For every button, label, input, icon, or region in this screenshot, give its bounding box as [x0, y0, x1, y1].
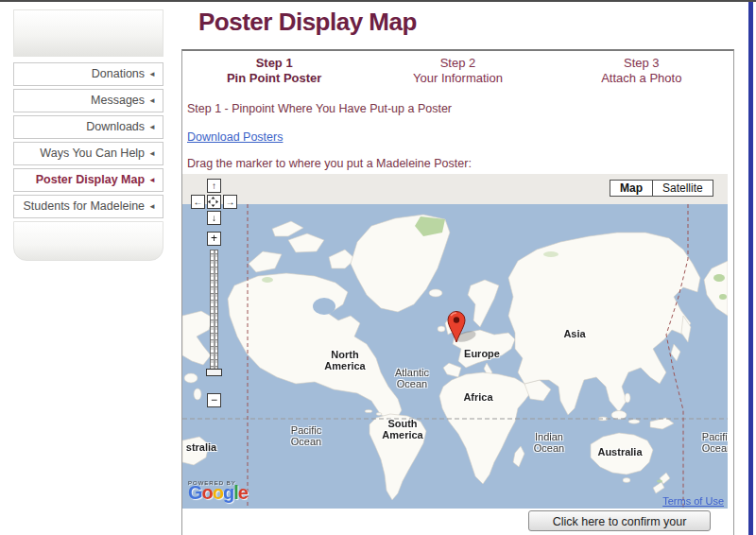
sidebar-item-label: Donations: [92, 67, 145, 80]
step-number: Step 2: [366, 56, 549, 71]
sidebar-item-label: Ways You Can Help: [40, 147, 145, 160]
steps-header: Step 1 Pin Point Poster Step 2 Your Info…: [182, 56, 733, 86]
up-arrow-icon: ↑: [212, 181, 216, 191]
map-label-south-america: South America: [382, 418, 422, 440]
left-arrow-icon: ◄: [148, 202, 156, 211]
right-arrow-icon: →: [226, 197, 235, 207]
left-arrow-icon: ◄: [148, 176, 156, 184]
step-1-indicator: Step 1 Pin Point Poster: [182, 56, 366, 86]
map-label-indian-ocean: Indian Ocean: [534, 431, 564, 454]
zoom-slider-handle[interactable]: [206, 369, 222, 376]
map-view-button[interactable]: Map: [610, 180, 653, 197]
pan-left-button[interactable]: ←: [191, 195, 205, 209]
step-2-indicator: Step 2 Your Information: [366, 56, 549, 86]
map-label-australia-wrapped: stralia: [186, 441, 216, 453]
sidebar-item-messages[interactable]: Messages◄: [13, 89, 163, 112]
sidebar-item-label: Poster Display Map: [36, 173, 145, 186]
drag-marker-text: Drag the marker to where you put a Madel…: [187, 157, 472, 170]
sidebar-footer-panel: [13, 221, 163, 261]
confirm-marker-button[interactable]: Click here to confirm your marker!: [528, 510, 711, 531]
google-attribution: POWERED BY Google: [188, 478, 248, 497]
sidebar-header-panel: [13, 9, 163, 57]
sidebar-item-students-for-madeleine[interactable]: Students for Madeleine◄: [13, 195, 163, 218]
sidebar-item-poster-display-map[interactable]: Poster Display Map◄: [13, 168, 163, 192]
pan-right-button[interactable]: →: [223, 195, 237, 209]
left-arrow-icon: ◄: [148, 70, 156, 78]
sidebar-item-ways-you-can-help[interactable]: Ways You Can Help◄: [13, 142, 163, 165]
sidebar-item-donations[interactable]: Donations◄: [13, 62, 163, 86]
pan-up-button[interactable]: ↑: [207, 179, 221, 193]
map-label-europe: Europe: [464, 348, 500, 359]
browser-page: Donations◄ Messages◄ Downloads◄ Ways You…: [0, 0, 756, 535]
left-arrow-icon: ◄: [148, 149, 156, 158]
sidebar-item-downloads[interactable]: Downloads◄: [13, 115, 163, 139]
google-map[interactable]: North America Atlantic Ocean Europe Afri…: [182, 174, 728, 509]
logo-letter: o: [202, 482, 213, 503]
zoom-in-button[interactable]: +: [207, 232, 221, 246]
minus-icon: −: [211, 393, 217, 406]
pan-center-button[interactable]: [207, 195, 221, 209]
step-3-indicator: Step 3 Attach a Photo: [550, 56, 733, 86]
logo-letter: o: [213, 482, 223, 503]
left-arrow-icon: ◄: [148, 96, 156, 105]
plus-icon: +: [211, 232, 217, 245]
map-label-north-america: North America: [324, 349, 365, 371]
step-label: Attach a Photo: [550, 71, 733, 86]
satellite-view-button[interactable]: Satellite: [652, 180, 713, 197]
window-edge: [748, 2, 753, 535]
step-number: Step 1: [182, 56, 366, 71]
logo-letter: G: [188, 482, 202, 503]
map-label-pacific-ocean-east: Pacific Ocean: [702, 431, 728, 454]
map-label-asia: Asia: [563, 328, 585, 339]
logo-letter: g: [223, 482, 233, 503]
sidebar: Donations◄ Messages◄ Downloads◄ Ways You…: [13, 9, 163, 261]
pan-center-icon: [208, 197, 218, 207]
map-label-australia: Australia: [597, 446, 642, 457]
map-label-pacific-ocean: Pacific Ocean: [291, 424, 321, 447]
map-marker-pin[interactable]: [444, 311, 469, 343]
step-number: Step 3: [550, 56, 733, 71]
zoom-out-button[interactable]: −: [207, 393, 221, 407]
sidebar-item-label: Messages: [91, 94, 145, 107]
step-label: Pin Point Poster: [182, 71, 366, 86]
left-arrow-icon: ◄: [148, 123, 156, 131]
logo-letter: e: [238, 482, 248, 503]
map-type-switcher: Map Satellite: [610, 180, 713, 197]
google-logo: Google: [188, 488, 248, 497]
terms-of-use-link[interactable]: Terms of Use: [662, 495, 724, 507]
sidebar-item-label: Students for Madeleine: [24, 199, 146, 213]
map-label-africa: Africa: [463, 391, 492, 403]
pan-down-button[interactable]: ↓: [207, 211, 221, 225]
zoom-slider-track[interactable]: [210, 250, 218, 371]
down-arrow-icon: ↓: [212, 213, 216, 223]
download-posters-link[interactable]: Download Posters: [187, 130, 283, 144]
step-label: Your Information: [366, 71, 549, 86]
left-arrow-icon: ←: [194, 197, 203, 207]
content-box: Step 1 Pin Point Poster Step 2 Your Info…: [181, 49, 734, 535]
map-label-atlantic-ocean: Atlantic Ocean: [395, 367, 429, 389]
step-instruction-text: Step 1 - Pinpoint Where You Have Put-up …: [187, 102, 452, 115]
page-title: Poster Display Map: [198, 8, 417, 37]
sidebar-item-label: Downloads: [86, 120, 145, 133]
